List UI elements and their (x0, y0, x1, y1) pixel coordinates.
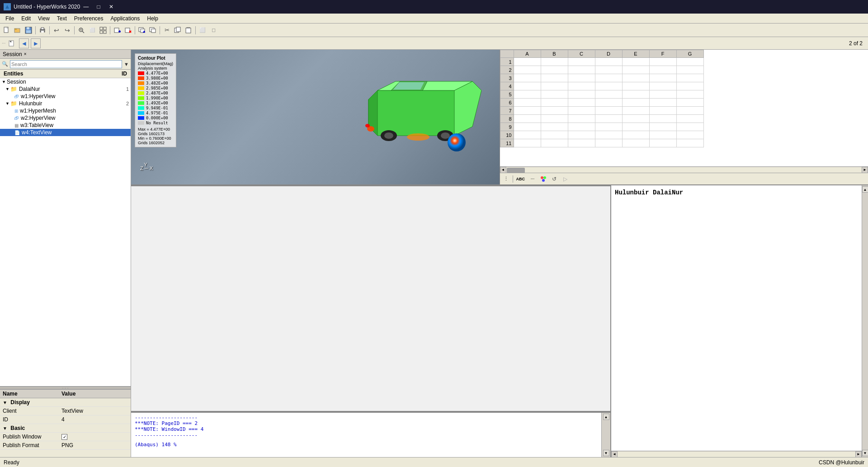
layout-button[interactable] (98, 25, 108, 35)
cell-1-5[interactable] (649, 58, 676, 66)
cell-4-6[interactable] (676, 82, 703, 90)
cell-4-4[interactable] (622, 82, 649, 90)
table-tb-dots[interactable]: ··· (528, 175, 537, 184)
cell-7-4[interactable] (622, 107, 649, 115)
cell-10-0[interactable] (514, 131, 541, 139)
cell-2-1[interactable] (541, 66, 568, 74)
minimize-button[interactable]: — (80, 2, 92, 11)
open-button[interactable] (13, 25, 23, 35)
tree-item-hulunbuir-w3[interactable]: ▦ w3:TableView (0, 122, 131, 129)
cell-11-2[interactable] (568, 139, 595, 147)
cell-11-0[interactable] (514, 139, 541, 147)
col-header-a[interactable]: A (514, 50, 541, 58)
display-collapse-icon[interactable]: ▼ (3, 400, 7, 405)
cell-9-3[interactable] (595, 123, 622, 131)
col-header-g[interactable]: G (676, 50, 703, 58)
cell-6-3[interactable] (595, 99, 622, 107)
cell-2-4[interactable] (622, 66, 649, 74)
paste-button[interactable] (184, 25, 193, 35)
cell-7-2[interactable] (568, 107, 595, 115)
log-scroll-up[interactable]: ▲ (603, 414, 609, 420)
cell-1-3[interactable] (595, 58, 622, 66)
cell-3-0[interactable] (514, 74, 541, 82)
basic-collapse-icon[interactable]: ▼ (3, 426, 7, 431)
menu-help[interactable]: Help (143, 14, 162, 23)
cell-10-2[interactable] (568, 131, 595, 139)
cell-10-6[interactable] (676, 131, 703, 139)
print-button[interactable] (38, 25, 47, 35)
nav-back-page[interactable] (7, 38, 17, 48)
scroll-right-btn[interactable]: ► (862, 167, 868, 173)
redo-button[interactable]: ↪ (62, 25, 72, 35)
window-add-button[interactable] (137, 25, 147, 35)
cell-8-5[interactable] (649, 115, 676, 123)
cell-3-1[interactable] (541, 74, 568, 82)
tree-item-session[interactable]: ▼ Session (0, 78, 131, 85)
cell-8-4[interactable] (622, 115, 649, 123)
table-scroll-area[interactable]: A B C D E F G 1234567891011 (500, 50, 868, 166)
table-tb-color[interactable] (539, 175, 548, 184)
tree-item-dalainur-w1[interactable]: 🗗 w1:HyperView (0, 93, 131, 100)
cell-3-2[interactable] (568, 74, 595, 82)
table-h-scroll[interactable]: ◄ ► (500, 166, 868, 173)
tree-item-hulunbuir-w4[interactable]: 📄 w4:TextView (0, 129, 131, 136)
cell-4-0[interactable] (514, 82, 541, 90)
scroll-left-btn[interactable]: ◄ (500, 167, 506, 173)
right-scroll-left[interactable]: ◄ (611, 451, 618, 458)
cell-9-2[interactable] (568, 123, 595, 131)
search-submit-icon[interactable]: ▼ (124, 61, 129, 67)
nav-prev[interactable]: ◄ (19, 38, 29, 48)
search-input[interactable] (10, 60, 122, 68)
cell-8-2[interactable] (568, 115, 595, 123)
cell-11-3[interactable] (595, 139, 622, 147)
page-delete-button[interactable] (123, 25, 133, 35)
col-header-b[interactable]: B (541, 50, 568, 58)
menu-preferences[interactable]: Preferences (71, 14, 107, 23)
right-scroll-down[interactable]: ▼ (862, 450, 868, 456)
right-scroll-up[interactable]: ▲ (862, 186, 868, 193)
session-tab-close[interactable]: × (24, 52, 27, 57)
menu-text[interactable]: Text (53, 14, 71, 23)
nav-next[interactable]: ► (31, 38, 41, 48)
save-button[interactable] (24, 25, 33, 35)
cell-10-1[interactable] (541, 131, 568, 139)
cell-9-4[interactable] (622, 123, 649, 131)
cell-11-6[interactable] (676, 139, 703, 147)
cell-9-0[interactable] (514, 123, 541, 131)
cell-7-1[interactable] (541, 107, 568, 115)
fit-button[interactable]: ⬜ (87, 25, 97, 35)
cell-5-0[interactable] (514, 90, 541, 99)
right-scroll-right[interactable]: ► (855, 451, 862, 458)
cell-1-6[interactable] (676, 58, 703, 66)
cell-5-5[interactable] (649, 90, 676, 99)
cell-6-1[interactable] (541, 99, 568, 107)
close-button[interactable]: ✕ (105, 2, 117, 11)
maximize-button[interactable]: □ (93, 2, 104, 11)
viewport-3d[interactable]: Contour Plot Displacement(Mag) Analysis … (131, 50, 500, 184)
cell-8-0[interactable] (514, 115, 541, 123)
cell-8-6[interactable] (676, 115, 703, 123)
cell-3-3[interactable] (595, 74, 622, 82)
cell-3-4[interactable] (622, 74, 649, 82)
cell-5-1[interactable] (541, 90, 568, 99)
cell-7-3[interactable] (595, 107, 622, 115)
cell-7-6[interactable] (676, 107, 703, 115)
table-tb-abc[interactable]: ABC (515, 175, 527, 184)
col-header-c[interactable]: C (568, 50, 595, 58)
cell-1-4[interactable] (622, 58, 649, 66)
publish-window-value[interactable] (59, 433, 131, 441)
extra-button2[interactable]: ◻ (208, 25, 218, 35)
cell-1-0[interactable] (514, 58, 541, 66)
cell-5-6[interactable] (676, 90, 703, 99)
cell-6-4[interactable] (622, 99, 649, 107)
menu-view[interactable]: View (34, 14, 53, 23)
cell-4-3[interactable] (595, 82, 622, 90)
tree-item-hulunbuir[interactable]: ▼ 📁 Hulunbuir 2 (0, 100, 131, 107)
cut-button[interactable]: ✂ (162, 25, 172, 35)
cell-1-2[interactable] (568, 58, 595, 66)
cell-6-5[interactable] (649, 99, 676, 107)
cell-2-3[interactable] (595, 66, 622, 74)
copy-button[interactable] (173, 25, 183, 35)
cell-2-0[interactable] (514, 66, 541, 74)
cell-8-3[interactable] (595, 115, 622, 123)
